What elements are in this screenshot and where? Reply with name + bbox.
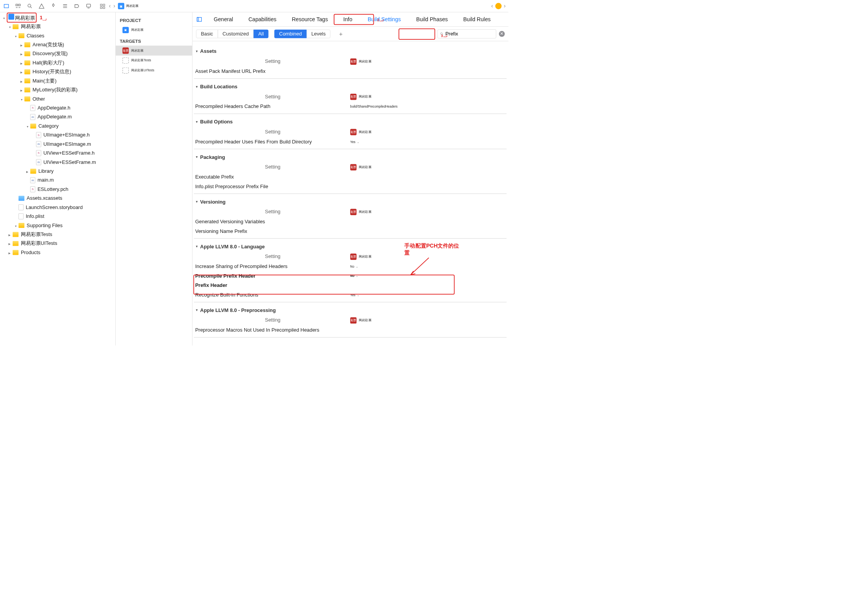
breakpoints-icon[interactable] — [73, 2, 81, 10]
forward-icon[interactable]: › — [113, 3, 115, 9]
nav-row[interactable]: Arena(竞技场) — [0, 40, 115, 49]
nav-row[interactable]: MyLottery(我的彩票) — [0, 85, 115, 94]
setting-row[interactable]: Precompiled Header Uses Files From Build… — [194, 137, 507, 147]
nav-row[interactable]: mmain.m — [0, 176, 115, 185]
warning-badge-icon[interactable] — [495, 3, 502, 9]
tab-build-phases[interactable]: Build Phases — [409, 12, 456, 27]
tab-resource-tags[interactable]: Resource Tags — [284, 12, 335, 27]
nav-row[interactable]: Products — [0, 248, 115, 257]
setting-row[interactable]: Generated Versioning Variables — [194, 217, 507, 226]
prev-issue-icon[interactable]: ‹ — [491, 3, 493, 9]
disclosure-icon[interactable] — [26, 170, 29, 172]
clear-search-button[interactable]: ✕ — [499, 31, 505, 37]
setting-row[interactable]: Info.plist Preprocessor Prefix File — [194, 182, 507, 191]
nav-row[interactable]: 网易彩票UITests — [0, 239, 115, 248]
section-title[interactable]: Apple LLVM 8.0 - Preprocessing — [194, 305, 507, 315]
setting-row[interactable]: Executable Prefix — [194, 172, 507, 182]
section-title[interactable]: Assets — [194, 46, 507, 56]
level-levels[interactable]: Levels — [307, 29, 331, 38]
disclosure-icon[interactable] — [14, 224, 17, 227]
section-title[interactable]: Packaging — [194, 152, 507, 162]
disclosure-icon[interactable] — [14, 215, 17, 218]
tab-build-rules[interactable]: Build Rules — [456, 12, 498, 27]
disclosure-icon[interactable] — [20, 98, 23, 100]
disclosure-icon[interactable] — [32, 152, 35, 155]
nav-row[interactable]: mUIImage+ESImage.m — [0, 140, 115, 148]
setting-value[interactable]: Yes⌄ — [350, 139, 505, 145]
build-settings-table[interactable]: AssetsSetting彩票网易彩票Asset Pack Manifest U… — [193, 41, 508, 346]
setting-value[interactable] — [350, 228, 505, 234]
next-issue-icon[interactable]: › — [504, 3, 506, 9]
setting-row[interactable]: Versioning Name Prefix — [194, 226, 507, 236]
section-title[interactable]: Build Locations — [194, 81, 507, 92]
disclosure-icon[interactable] — [3, 16, 5, 19]
nav-row[interactable]: Discovery(发现) — [0, 49, 115, 58]
setting-value[interactable] — [350, 174, 505, 180]
search-icon[interactable] — [26, 2, 34, 10]
nav-row[interactable]: Assets.xcassets — [0, 194, 115, 203]
scope-all[interactable]: All — [253, 29, 269, 38]
setting-row[interactable]: Precompiled Headers Cache Pathbuild/Shar… — [194, 102, 507, 111]
disclosure-icon[interactable] — [26, 116, 29, 118]
disclosure-icon[interactable] — [26, 179, 29, 182]
disclosure-icon[interactable] — [14, 34, 17, 37]
add-setting-button[interactable]: ＋ — [338, 30, 344, 37]
nav-row[interactable]: Classes — [0, 31, 115, 40]
scope-segment[interactable]: Basic Customized All — [196, 29, 269, 38]
project-row[interactable]: ▣ 网易彩票 — [116, 25, 193, 35]
section-title[interactable]: Versioning — [194, 197, 507, 207]
setting-value[interactable]: build/SharedPrecompiledHeaders — [350, 103, 505, 109]
setting-row[interactable]: Increase Sharing of Precompiled HeadersN… — [194, 261, 507, 271]
nav-row[interactable]: Supporting Files — [0, 221, 115, 230]
disclosure-icon[interactable] — [32, 161, 35, 164]
disclosure-icon[interactable] — [20, 52, 23, 55]
disclosure-icon[interactable] — [14, 197, 17, 200]
setting-value[interactable] — [350, 68, 505, 74]
nav-row[interactable]: Hall(购彩大厅) — [0, 58, 115, 67]
setting-row[interactable]: Preprocessor Macros Not Used In Precompi… — [194, 325, 507, 335]
tests-icon[interactable] — [50, 2, 57, 10]
logs-icon[interactable] — [85, 2, 92, 10]
disclosure-icon[interactable] — [8, 233, 11, 236]
disclosure-icon[interactable] — [8, 242, 11, 245]
nav-row[interactable]: 网易彩票1 — [0, 13, 115, 22]
issues-icon[interactable] — [38, 2, 45, 10]
level-segment[interactable]: Combined Levels — [274, 29, 330, 38]
nav-row[interactable]: hUIImage+ESImage.h — [0, 131, 115, 140]
nav-row[interactable]: History(开奖信息) — [0, 67, 115, 76]
nav-row[interactable]: LaunchScreen.storyboard — [0, 203, 115, 212]
back-icon[interactable]: ‹ — [109, 3, 111, 9]
debug-icon[interactable] — [61, 2, 69, 10]
disclosure-icon[interactable] — [26, 188, 29, 190]
level-combined[interactable]: Combined — [274, 29, 306, 38]
scope-basic[interactable]: Basic — [196, 29, 218, 38]
search-input[interactable] — [446, 31, 494, 37]
tab-capabilities[interactable]: Capabilities — [241, 12, 284, 27]
disclosure-icon[interactable] — [20, 89, 23, 91]
nav-row[interactable]: Other — [0, 94, 115, 103]
disclosure-icon[interactable] — [20, 43, 23, 46]
nav-row[interactable]: hESLottery.pch — [0, 185, 115, 194]
disclosure-icon[interactable] — [20, 79, 23, 82]
tab-general[interactable]: General — [206, 12, 241, 27]
nav-row[interactable]: 网易彩票 — [0, 22, 115, 31]
target-row[interactable]: 网易彩票Tests — [116, 56, 193, 66]
section-title[interactable]: Build Options — [194, 116, 507, 127]
project-navigator[interactable]: 网易彩票1网易彩票ClassesArena(竞技场)Discovery(发现)H… — [0, 12, 116, 346]
setting-value[interactable] — [350, 219, 505, 224]
scope-customized[interactable]: Customized — [218, 29, 253, 38]
nav-row[interactable]: 网易彩票Tests — [0, 230, 115, 239]
disclosure-icon[interactable] — [20, 61, 23, 64]
disclosure-icon[interactable] — [8, 251, 11, 254]
nav-row[interactable]: mUIView+ESSetFrame.m — [0, 158, 115, 167]
target-row[interactable]: 彩票网易彩票 — [116, 46, 193, 56]
nav-row[interactable]: hAppDelegate.h — [0, 103, 115, 112]
standard-editor-icon[interactable] — [193, 12, 206, 27]
target-row[interactable]: 网易彩票UITests — [116, 66, 193, 76]
folder-nav-icon[interactable] — [3, 2, 10, 10]
layout-icon[interactable] — [99, 2, 106, 10]
nav-row[interactable]: Main(主要) — [0, 76, 115, 85]
disclosure-icon[interactable] — [32, 134, 35, 137]
disclosure-icon[interactable] — [26, 106, 29, 109]
nav-row[interactable]: hUIView+ESSetFrame.h — [0, 148, 115, 157]
